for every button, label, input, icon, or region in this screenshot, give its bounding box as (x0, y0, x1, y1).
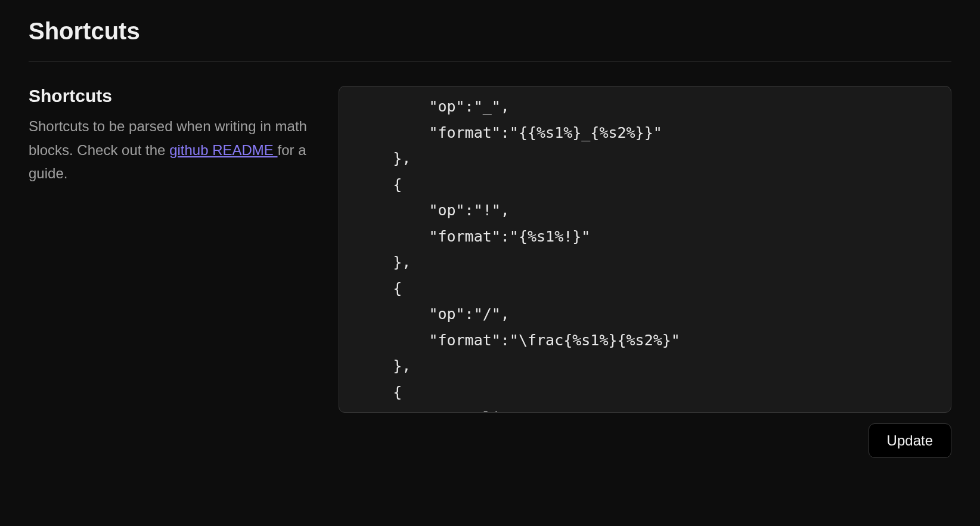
section-description: Shortcuts to be parsed when writing in m… (29, 115, 315, 185)
page-title: Shortcuts (29, 18, 951, 45)
github-readme-link[interactable]: github README (169, 142, 277, 158)
divider (29, 61, 951, 62)
shortcuts-code-editor[interactable] (339, 86, 951, 413)
left-pane: Shortcuts Shortcuts to be parsed when wr… (29, 86, 315, 458)
update-button[interactable]: Update (869, 423, 951, 458)
right-pane: Update (339, 86, 951, 458)
section-heading: Shortcuts (29, 86, 315, 106)
